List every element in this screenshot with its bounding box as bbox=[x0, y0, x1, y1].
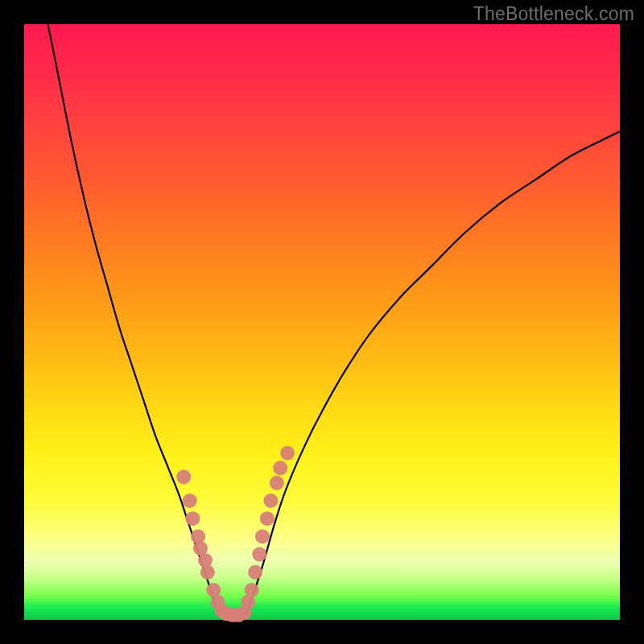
watermark-text: TheBottleneck.com bbox=[473, 3, 634, 25]
highlighted-points bbox=[176, 446, 295, 622]
data-point bbox=[273, 460, 287, 475]
data-point bbox=[263, 493, 278, 508]
chart-svg bbox=[24, 24, 620, 620]
data-point bbox=[248, 565, 262, 580]
data-point bbox=[176, 469, 191, 484]
data-point bbox=[280, 446, 295, 460]
data-point bbox=[245, 583, 259, 597]
data-point bbox=[200, 565, 215, 580]
data-point bbox=[270, 476, 284, 490]
data-point bbox=[255, 529, 270, 543]
data-point bbox=[252, 547, 266, 562]
chart-frame: TheBottleneck.com bbox=[0, 0, 644, 644]
curve-right bbox=[245, 131, 620, 615]
data-point bbox=[260, 511, 275, 526]
data-point bbox=[183, 493, 197, 508]
data-point bbox=[185, 511, 200, 526]
